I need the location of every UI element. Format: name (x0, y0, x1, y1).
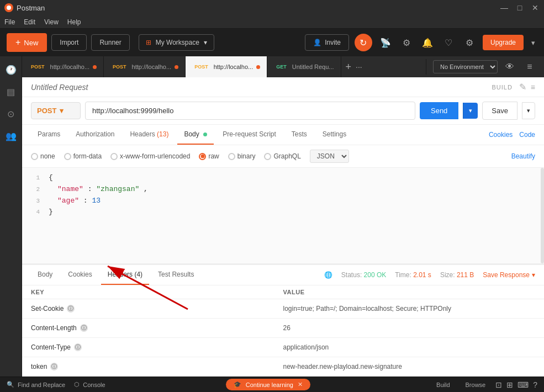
sync-button[interactable]: ↻ (355, 34, 372, 51)
runner-button[interactable]: Runner (91, 34, 129, 51)
bottom-right: Build Browse ⊡ ⊞ ⌨ ? (431, 379, 537, 390)
info-icon[interactable]: ⓘ (67, 305, 75, 312)
radio-none-circle (31, 153, 38, 160)
env-settings-icon[interactable]: ≡ (522, 59, 537, 75)
graduation-icon: 🎓 (234, 381, 241, 388)
info-icon[interactable]: ⓘ (80, 324, 88, 332)
sidebar-item-collections[interactable]: ▤ (2, 83, 20, 100)
res-tab-body[interactable]: Body (31, 265, 59, 285)
more-tabs-button[interactable]: ··· (356, 62, 362, 71)
code-button[interactable]: Code (519, 131, 535, 139)
sidebar-item-environments[interactable]: ⊙ (2, 105, 20, 123)
radio-binary[interactable]: binary (228, 152, 256, 160)
edit-icon[interactable]: ✎ (519, 82, 526, 92)
menu-view[interactable]: View (44, 18, 59, 26)
save-dropdown-button[interactable]: ▾ (522, 102, 535, 119)
info-icon[interactable]: ⓘ (74, 343, 82, 351)
badge-close-button[interactable]: ✕ (298, 381, 303, 388)
close-button[interactable]: ✕ (531, 3, 540, 12)
panel-icon[interactable]: ⊞ (506, 380, 513, 389)
workspace-selector[interactable]: ⊞ My Workspace ▾ (139, 34, 214, 51)
menu-bar: File Edit View Help (0, 15, 544, 29)
maximize-button[interactable]: □ (515, 3, 524, 12)
globe-icon: 🌐 (324, 271, 332, 279)
table-row: Content-Length ⓘ 26 (22, 319, 544, 338)
save-response-button[interactable]: Save Response ▾ (483, 271, 535, 279)
tab-1[interactable]: POST http://localho... (104, 56, 186, 77)
window-controls[interactable]: — □ ✕ (500, 3, 540, 12)
tab-settings[interactable]: Settings (316, 125, 353, 145)
format-select[interactable]: JSON (310, 150, 349, 163)
tab-params[interactable]: Params (31, 125, 67, 145)
radio-form-data-circle (64, 153, 71, 160)
table-row: Set-Cookie ⓘ login=true; Path=/; Domain=… (22, 299, 544, 319)
keyboard-icon[interactable]: ⌨ (517, 380, 529, 389)
url-input[interactable] (85, 102, 415, 120)
code-editor[interactable]: 1 { 2 "name" : "zhangsan" , 3 "age" : 13 (22, 168, 544, 264)
browse-button[interactable]: Browse (460, 379, 492, 390)
tab-headers[interactable]: Headers (13) (123, 125, 175, 145)
menu-edit[interactable]: Edit (24, 18, 35, 26)
tab-tests[interactable]: Tests (285, 125, 314, 145)
save-button[interactable]: Save (482, 102, 517, 120)
radio-none[interactable]: none (31, 152, 55, 160)
menu-file[interactable]: File (4, 18, 15, 26)
minimize-button[interactable]: — (500, 3, 509, 12)
info-icon[interactable]: ⓘ (50, 363, 58, 370)
help-icon[interactable]: ? (533, 380, 537, 389)
invite-button[interactable]: 👤 Invite (305, 34, 349, 51)
send-dropdown-button[interactable]: ▾ (463, 103, 478, 119)
code-line-4: 4 } (22, 206, 544, 218)
toolbar: + New Import Runner ⊞ My Workspace ▾ 👤 I… (0, 29, 544, 56)
sidebar: 🕐 ▤ ⊙ 👥 (0, 56, 22, 377)
environment-selector[interactable]: No Environment (433, 60, 498, 73)
import-button[interactable]: Import (51, 34, 87, 51)
layout-icon[interactable]: ⊡ (495, 380, 502, 389)
console-item[interactable]: ⬡ Console (74, 381, 105, 388)
cookies-button[interactable]: Cookies (489, 131, 513, 139)
send-button[interactable]: Send (420, 102, 458, 119)
tab-body[interactable]: Body (177, 125, 214, 145)
find-replace-item[interactable]: 🔍 Find and Replace (7, 381, 65, 388)
eye-icon[interactable]: 👁 (502, 59, 517, 75)
sidebar-item-team[interactable]: 👥 (2, 127, 20, 145)
tab-0[interactable]: POST http://localho... (22, 56, 104, 77)
upgrade-button[interactable]: Upgrade (483, 35, 524, 50)
description-icon[interactable]: ≡ (531, 83, 535, 92)
add-tab-button[interactable]: + (346, 62, 352, 72)
notification-icon[interactable]: 🔔 (420, 35, 435, 50)
new-button[interactable]: + New (7, 33, 47, 52)
content-area: POST http://localho... POST http://local… (22, 56, 544, 377)
table-row: token ⓘ new-header.new-playload.new-sign… (22, 357, 544, 377)
beautify-button[interactable]: Beautify (511, 152, 535, 160)
sidebar-item-history[interactable]: 🕐 (2, 61, 20, 78)
settings-icon[interactable]: ⚙ (399, 35, 414, 50)
method-value: POST (37, 107, 56, 115)
res-tab-test-results[interactable]: Test Results (151, 265, 200, 285)
menu-help[interactable]: Help (67, 18, 81, 26)
radio-graphql[interactable]: GraphQL (264, 152, 300, 160)
build-button[interactable]: Build (431, 379, 455, 390)
editor-scrollbar[interactable] (541, 168, 544, 263)
res-tab-cookies[interactable]: Cookies (61, 265, 98, 285)
heart-icon[interactable]: ♡ (441, 35, 456, 50)
radio-form-data[interactable]: form-data (64, 152, 102, 160)
cookies-code-actions: Cookies Code (489, 131, 535, 139)
upgrade-chevron-icon[interactable]: ▾ (529, 39, 537, 47)
radio-raw[interactable]: raw (199, 152, 219, 160)
gear-icon[interactable]: ⚙ (462, 35, 477, 50)
bottom-bar: 🔍 Find and Replace ⬡ Console 🎓 Continue … (0, 377, 544, 392)
size-info: Size: 211 B (440, 271, 474, 279)
tab-2[interactable]: POST http://localho... (186, 56, 267, 77)
res-tab-headers[interactable]: Headers (4) (101, 265, 149, 285)
tab-authorization[interactable]: Authorization (69, 125, 121, 145)
method-select[interactable]: POST ▾ (31, 102, 81, 119)
tab-pre-request-script[interactable]: Pre-request Script (216, 125, 283, 145)
continue-learning-badge[interactable]: 🎓 Continue learning ✕ (226, 379, 310, 390)
radio-urlencoded[interactable]: x-www-form-urlencoded (110, 152, 190, 160)
tab-3[interactable]: GET Untitled Requ... (267, 56, 341, 77)
tab-url: http://localho... (214, 63, 253, 70)
tabs-actions: + ··· (341, 62, 367, 72)
satellite-icon[interactable]: 📡 (378, 35, 393, 50)
radio-graphql-circle (264, 153, 271, 160)
